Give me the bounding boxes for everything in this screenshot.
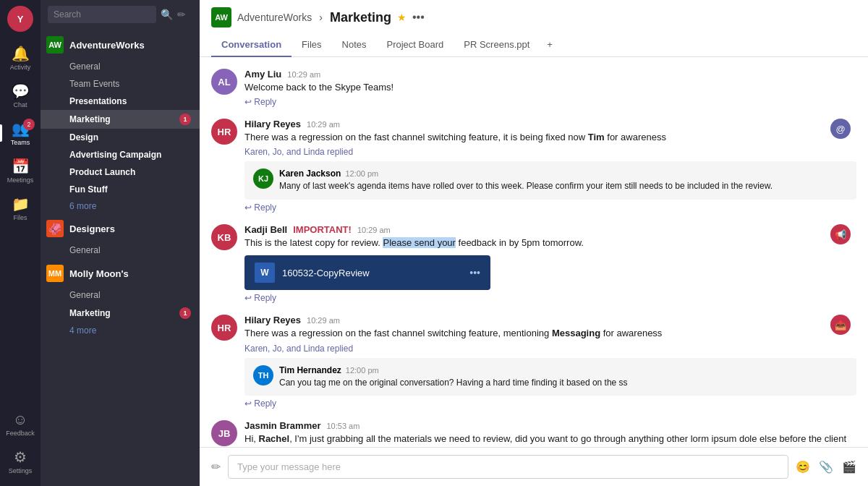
star-icon[interactable]: ★ (397, 12, 407, 23)
settings-icon: ⚙ (14, 448, 27, 466)
action-icon-at: @ (830, 119, 851, 139)
message-row-2: HR Hilary Reyes 10:29 am There was a reg… (211, 119, 856, 213)
nested-author-tim: Tim Hernandez (279, 365, 341, 375)
emoji-icon[interactable]: 😊 (796, 460, 810, 474)
channel-funstuff[interactable]: Fun Stuff (41, 181, 200, 198)
activity-icon: 🔔 (12, 45, 30, 62)
channel-label: General (69, 61, 101, 72)
reply-count-2[interactable]: Karen, Jo, and Linda replied (244, 147, 856, 157)
avatar-amy: AL (211, 69, 237, 95)
attach-icon[interactable]: 📎 (819, 460, 833, 474)
reply-count-4[interactable]: Karen, Jo, and Linda replied (244, 344, 856, 354)
message-content-2: Hilary Reyes 10:29 am There was a regres… (244, 119, 856, 213)
tab-files[interactable]: Files (292, 33, 331, 57)
channel-teamevents[interactable]: Team Events (41, 75, 200, 93)
main-header: AW AdventureWorks › Marketing ★ ••• Conv… (200, 0, 868, 57)
avatar-wrap-4: HR (211, 315, 237, 341)
team-name-designers: Designers (69, 223, 115, 234)
main-panel: AW AdventureWorks › Marketing ★ ••• Conv… (200, 0, 868, 486)
team-header-designers[interactable]: 🦑 Designers (41, 216, 200, 242)
message-author-4: Hilary Reyes (244, 315, 301, 325)
nav-label-meetings: Meetings (7, 176, 34, 184)
nested-time-karen: 12:00 pm (345, 169, 378, 178)
nav-item-meetings[interactable]: 📅 Meetings (0, 152, 41, 189)
nested-meta-4: Tim Hernandez 12:00 pm (279, 365, 628, 375)
channel-label: Advertising Campaign (69, 150, 161, 160)
file-attachment[interactable]: W 160532-CopyReview ••• (244, 255, 490, 290)
channel-general-aw[interactable]: General (41, 58, 200, 75)
message-text-2: There was a regression on the fast chann… (244, 131, 856, 144)
teams-badge: 2 (23, 119, 35, 130)
reply-link-4[interactable]: ↩ Reply (244, 398, 276, 409)
tab-notes[interactable]: Notes (332, 33, 377, 57)
nested-content-2: Karen Jackson 12:00 pm Many of last week… (279, 169, 773, 192)
giphy-icon[interactable]: 🎬 (842, 460, 856, 474)
message-content-3: Kadji Bell IMPORTANT! 10:29 am This is t… (244, 224, 856, 303)
channel-general-mollymoons[interactable]: General (41, 286, 200, 304)
chat-icon: 💬 (12, 82, 30, 100)
reply-link-2[interactable]: ↩ Reply (244, 202, 276, 213)
nav-item-teams[interactable]: 2 👥 Teams (0, 114, 41, 152)
channel-productlaunch[interactable]: Product Launch (41, 163, 200, 181)
channel-marketing-mollymoons[interactable]: Marketing 1 (41, 304, 200, 323)
user-avatar[interactable]: Y (7, 6, 33, 32)
message-row-5: JB Jasmin Brammer 10:53 am Hi, Rachel, I… (211, 420, 856, 447)
message-block-4: HR Hilary Reyes 10:29 am There was a reg… (211, 315, 856, 409)
channel-label: General (69, 290, 101, 300)
tab-pr-screens[interactable]: PR Screens.ppt (454, 33, 540, 57)
channel-advertising[interactable]: Advertising Campaign (41, 146, 200, 163)
message-content-1: Amy Liu 10:29 am Welcome back to the Sky… (244, 69, 856, 107)
message-content-5: Jasmin Brammer 10:53 am Hi, Rachel, I'm … (244, 420, 856, 447)
search-input[interactable] (48, 6, 156, 23)
team-header-adventureworks[interactable]: AW AdventureWorks (41, 32, 200, 58)
avatar-wrap-3: KB (211, 224, 237, 250)
compose-input[interactable]: Type your message here (228, 455, 788, 479)
reply-link-3[interactable]: ↩ Reply (244, 293, 276, 303)
channel-badge-marketing: 1 (179, 114, 191, 125)
more-options-icon[interactable]: ••• (412, 11, 425, 24)
message-text-5: Hi, Rachel, I'm just grabbing all the ma… (244, 432, 856, 447)
channel-design[interactable]: Design (41, 129, 200, 146)
avatar-wrap-1: AL (211, 69, 237, 95)
reply-link-1[interactable]: ↩ Reply (244, 97, 276, 107)
channel-marketing-aw[interactable]: Marketing 1 (41, 110, 200, 129)
message-block-1: AL Amy Liu 10:29 am Welcome back to the … (211, 69, 856, 107)
channel-general-designers[interactable]: General (41, 242, 200, 259)
nav-item-files[interactable]: 📁 Files (0, 189, 41, 227)
file-more-icon[interactable]: ••• (469, 267, 480, 278)
action-icon-broadcast: 📢 (830, 224, 851, 244)
tab-conversation[interactable]: Conversation (211, 33, 292, 57)
message-time-4: 10:29 am (307, 316, 340, 325)
message-meta-4: Hilary Reyes 10:29 am (244, 315, 856, 325)
team-avatar-designers: 🦑 (46, 220, 64, 237)
nav-item-activity[interactable]: 🔔 Activity (0, 39, 41, 77)
message-content-4: Hilary Reyes 10:29 am There was a regres… (244, 315, 856, 409)
nav-item-feedback[interactable]: ☺ Feedback (6, 406, 35, 443)
channel-badge-marketing-mm: 1 (179, 307, 191, 319)
message-text-3: This is the latest copy for review. Plea… (244, 236, 856, 250)
channel-presentations[interactable]: Presentations (41, 93, 200, 110)
message-meta-2: Hilary Reyes 10:29 am (244, 119, 856, 129)
nav-label-settings: Settings (9, 467, 33, 474)
nav-item-settings[interactable]: ⚙ Settings (6, 443, 35, 480)
channel-label: Marketing (69, 114, 111, 124)
file-name: 160532-CopyReview (282, 268, 462, 278)
tab-add-icon[interactable]: + (540, 33, 560, 56)
compose-icon[interactable]: ✏ (177, 9, 186, 20)
compose-actions: 😊 📎 🎬 (796, 460, 856, 474)
search-icon[interactable]: 🔍 (161, 9, 173, 20)
team-header-mollymoons[interactable]: MM Molly Moon's (41, 260, 200, 286)
message-text-1: Welcome back to the Skype Teams! (244, 81, 856, 94)
main-tabs: Conversation Files Notes Project Board P… (211, 33, 856, 56)
nested-text-tim: Can you tag me on the original conversat… (279, 377, 628, 389)
nav-label-feedback: Feedback (6, 430, 35, 437)
message-row-3: KB Kadji Bell IMPORTANT! 10:29 am This i… (211, 224, 856, 303)
format-icon[interactable]: ✏ (211, 460, 221, 474)
message-time-1: 10:29 am (287, 70, 320, 79)
tab-project-board[interactable]: Project Board (377, 33, 454, 57)
more-link-mm[interactable]: 4 more (41, 323, 200, 338)
nav-item-chat[interactable]: 💬 Chat (0, 77, 41, 114)
highlighted-text: Please send your (383, 237, 455, 248)
team-name-adventureworks: AdventureWorks (69, 40, 145, 51)
more-link-aw[interactable]: 6 more (41, 198, 200, 214)
